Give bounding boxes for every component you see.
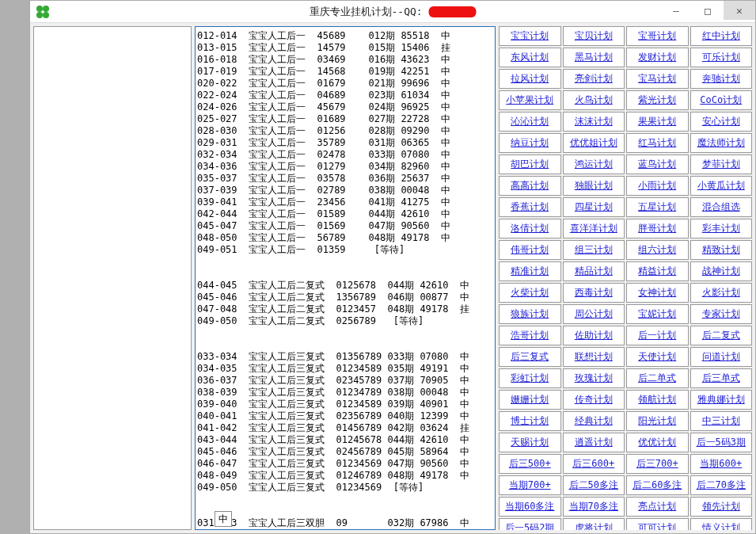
plan-link[interactable]: 紫光计划 [638,93,676,107]
plan-link[interactable]: 后三500+ [509,457,551,471]
plan-link[interactable]: 后二60多注 [633,479,682,492]
plan-link[interactable]: 黑马计划 [575,51,613,64]
plan-link[interactable]: 宝哥计划 [638,29,676,43]
plan-link[interactable]: 后三700+ [636,457,678,471]
plan-link[interactable]: 组六计划 [638,243,676,257]
plan-link[interactable]: 胖哥计划 [638,222,676,235]
plan-link[interactable]: 独眼计划 [575,179,613,193]
plan-link[interactable]: 洛倩计划 [511,222,549,235]
plan-link[interactable]: 当期60多注 [505,500,554,513]
plan-link[interactable]: 玫瑰计划 [575,372,613,385]
plan-link[interactable]: 伟哥计划 [511,243,549,257]
plan-link[interactable]: 后一5码3期 [697,436,746,449]
plan-link[interactable]: 香蕉计划 [511,200,549,214]
plan-link[interactable]: 东风计划 [511,51,549,64]
plan-link[interactable]: 后二50多注 [569,479,618,492]
close-button[interactable]: ✕ [724,1,755,20]
plan-link[interactable]: 阳光计划 [638,414,676,428]
plan-link[interactable]: 高高计划 [511,179,549,193]
plan-link[interactable]: 梦菲计划 [702,158,740,171]
plan-link[interactable]: 后二复式 [702,329,740,342]
plan-link[interactable]: 传奇计划 [575,393,613,406]
plan-link[interactable]: 鸿运计划 [575,158,613,171]
plan-link[interactable]: 当期700+ [509,479,551,492]
plan-link[interactable]: 小雨计划 [638,179,676,193]
plan-link[interactable]: 四星计划 [575,200,613,214]
plan-link[interactable]: 果果计划 [638,115,676,128]
maximize-button[interactable]: □ [692,1,724,20]
plan-link[interactable]: 精准计划 [511,265,549,278]
plan-link[interactable]: 沫沫计划 [575,115,613,128]
plan-link[interactable]: 天赐计划 [511,436,549,449]
plan-link[interactable]: 精致计划 [702,243,740,257]
plan-link[interactable]: 安心计划 [702,115,740,128]
plan-link[interactable]: 彩虹计划 [511,372,549,385]
plan-link[interactable]: 博士计划 [511,414,549,428]
plan-link[interactable]: 雅典娜计划 [697,393,745,406]
plan-link[interactable]: 狼族计划 [511,307,549,321]
plan-link[interactable]: 沁沁计划 [511,115,549,128]
plan-link[interactable]: 红中计划 [702,29,740,43]
titlebar[interactable]: 重庆专业挂机计划--QQ: — □ ✕ [30,1,755,23]
plan-link[interactable]: 精益计划 [638,265,676,278]
log-textarea[interactable]: 012-014 宝宝人工后一 45689 012期 85518 中 013-01… [196,27,495,529]
plan-link[interactable]: 后一5码2期 [505,521,554,530]
plan-link[interactable]: 佐助计划 [575,329,613,342]
plan-link[interactable]: 后三单式 [702,372,740,385]
plan-link[interactable]: 后三复式 [511,350,549,364]
minimize-button[interactable]: — [660,1,692,20]
plan-link[interactable]: 后二70多注 [697,479,746,492]
plan-link[interactable]: 浩哥计划 [511,329,549,342]
plan-link[interactable]: CoCo计划 [700,93,742,107]
plan-link[interactable]: 当期70多注 [569,500,618,513]
plan-link[interactable]: 姗姗计划 [511,393,549,406]
plan-link[interactable]: 蓝鸟计划 [638,158,676,171]
plan-link[interactable]: 经典计划 [575,414,613,428]
plan-link[interactable]: 专家计划 [702,307,740,321]
plan-link[interactable]: 可乐计划 [702,51,740,64]
plan-link[interactable]: 优优计划 [638,436,676,449]
plan-link[interactable]: 宝马计划 [638,72,676,86]
plan-link[interactable]: 组三计划 [575,243,613,257]
plan-link[interactable]: 天使计划 [638,350,676,364]
plan-link[interactable]: 情义计划 [702,521,740,530]
plan-link[interactable]: 当期600+ [700,457,742,471]
plan-link[interactable]: 拉风计划 [511,72,549,86]
plan-link[interactable]: 亮剑计划 [575,72,613,86]
plan-link[interactable]: 彩丰计划 [702,222,740,235]
plan-link[interactable]: 奔驰计划 [702,72,740,86]
plan-link[interactable]: 宝宝计划 [511,29,549,43]
plan-link[interactable]: 女神计划 [638,286,676,299]
plan-link[interactable]: 火柴计划 [511,286,549,299]
plan-link[interactable]: 胡巴计划 [511,158,549,171]
plan-link[interactable]: 可可计划 [638,521,676,530]
plan-link[interactable]: 混合组选 [702,200,740,214]
plan-link[interactable]: 周公计划 [575,307,613,321]
plan-link[interactable]: 火鸟计划 [575,93,613,107]
plan-link[interactable]: 后二单式 [638,372,676,385]
plan-link[interactable]: 西毒计划 [575,286,613,299]
plan-link[interactable]: 魔法师计划 [697,136,745,150]
plan-link[interactable]: 领航计划 [638,393,676,406]
plan-link[interactable]: 小苹果计划 [506,93,553,107]
plan-link[interactable]: 发财计划 [638,51,676,64]
plan-link[interactable]: 精品计划 [575,265,613,278]
plan-link[interactable]: 纳豆计划 [511,136,549,150]
plan-link[interactable]: 亮点计划 [638,500,676,513]
plan-link[interactable]: 宝妮计划 [638,307,676,321]
plan-link[interactable]: 虎将计划 [575,521,613,530]
plan-link[interactable]: 领先计划 [702,500,740,513]
plan-link[interactable]: 喜洋洋计划 [570,222,617,235]
plan-link[interactable]: 红马计划 [638,136,676,150]
plan-link[interactable]: 问道计划 [702,350,740,364]
plan-link[interactable]: 宝贝计划 [575,29,613,43]
plan-link[interactable]: 后三600+ [572,457,614,471]
plan-link[interactable]: 火影计划 [702,286,740,299]
plan-link[interactable]: 逍遥计划 [575,436,613,449]
plan-link[interactable]: 五星计划 [638,200,676,214]
plan-link[interactable]: 小黄瓜计划 [697,179,745,193]
plan-link[interactable]: 联想计划 [575,350,613,364]
plan-link[interactable]: 战神计划 [702,265,740,278]
plan-link[interactable]: 后一计划 [638,329,676,342]
plan-link[interactable]: 中三计划 [702,414,740,428]
